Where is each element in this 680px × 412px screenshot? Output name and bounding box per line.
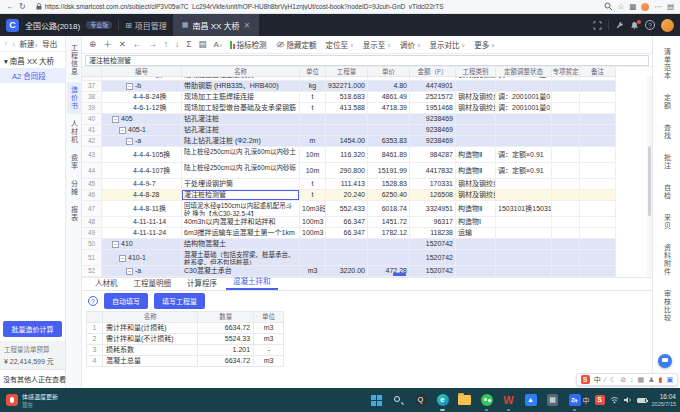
cell-50-status[interactable] xyxy=(496,239,552,249)
cell-39-category[interactable]: 钢材及钢绞丝 xyxy=(456,103,496,113)
taskbar-weather-widget[interactable]: 体感温度更新 现在 xyxy=(6,392,58,409)
cell-52-num[interactable]: 52 xyxy=(82,266,102,276)
cell-51-category[interactable] xyxy=(456,250,496,265)
cell-42-code[interactable]: −-a xyxy=(102,136,182,146)
cell-41-num[interactable]: 41 xyxy=(82,125,102,135)
cell-44-name[interactable]: 陆上桩径250cm以内 孔深60m以内砂砾 xyxy=(182,163,300,178)
cell-39-special[interactable] xyxy=(552,103,580,113)
toolbar-button-定位至[interactable]: 定位至∨ xyxy=(326,39,354,50)
taskbar-app-explorer[interactable] xyxy=(458,394,471,407)
tools-icon[interactable] xyxy=(615,21,624,30)
grid-col-qty[interactable]: 工程量 xyxy=(326,67,368,76)
moon-icon[interactable]: ☾ xyxy=(610,376,616,383)
taskbar-app-wps[interactable]: W xyxy=(502,394,515,407)
cell-50-code[interactable]: −410 xyxy=(102,239,182,249)
cell-42-category[interactable] xyxy=(456,136,496,146)
cell-42-special[interactable] xyxy=(552,136,580,146)
cell-51-code[interactable]: −410-1 xyxy=(102,250,182,265)
cell-48-note[interactable] xyxy=(580,217,616,227)
cell-42-status[interactable] xyxy=(496,136,552,146)
cell-42-num[interactable]: 42 xyxy=(82,136,102,146)
cell-36-code[interactable]: 4-4-8-1换 xyxy=(102,77,182,80)
grid-col-num[interactable] xyxy=(82,67,102,76)
cell-45-note[interactable] xyxy=(580,179,616,189)
toolbar-icon-5[interactable]: ↑ xyxy=(164,40,168,49)
sogou-tray-icon[interactable]: S xyxy=(595,395,605,405)
cell-40-amount[interactable]: 9238469 xyxy=(410,114,456,124)
cell-39-price[interactable]: 4718.39 xyxy=(368,103,410,113)
cell-47-special[interactable] xyxy=(552,201,580,216)
toolbar-button-指标检测[interactable]: 指标检测 xyxy=(230,39,267,50)
button-自动填写[interactable]: 自动填写 xyxy=(104,293,148,309)
font-tool[interactable]: A∨ xyxy=(214,40,223,49)
cell-51-note[interactable] xyxy=(580,250,616,265)
cell-43-unit[interactable]: 10m xyxy=(300,147,326,162)
cell-52-unit[interactable]: m3 xyxy=(300,266,326,276)
grid-icon[interactable]: ▣ xyxy=(666,376,673,383)
expander-icon[interactable]: − xyxy=(126,83,133,90)
cell-editor-input[interactable]: 灌注桩检测管 xyxy=(85,55,649,66)
cell-36-status[interactable]: 调：2001001量0 xyxy=(496,77,552,80)
cell-38-qty[interactable]: 518.683 xyxy=(326,92,368,102)
left-tab-报表[interactable]: 报表 xyxy=(67,202,81,226)
right-tab-清单范本[interactable]: 清单范本 xyxy=(660,44,674,84)
toolbar-icon-1[interactable]: ＋ xyxy=(103,40,112,49)
cell-51-special[interactable] xyxy=(552,250,580,265)
cell-44-status[interactable]: 调：定额×0.91 xyxy=(496,163,552,178)
cell-37-unit[interactable]: kg xyxy=(300,81,326,91)
cell-42-name[interactable]: 陆上钻孔灌注桩 (Φ2.2m) xyxy=(182,136,300,146)
browser-profile-avatar[interactable] xyxy=(641,3,649,11)
cell-48-name[interactable]: 40m3h以内混凝土拌和站拌和 xyxy=(182,217,300,227)
project-manage-menu[interactable]: ⊞项目管理 xyxy=(125,20,167,31)
cell-42-note[interactable] xyxy=(580,136,616,146)
board-icon[interactable]: ▦ xyxy=(638,376,645,383)
browser-back-icon[interactable]: ← xyxy=(6,3,14,11)
cell-52-special[interactable] xyxy=(552,266,580,276)
cell-48-price[interactable]: 1451.72 xyxy=(368,217,410,227)
cell-37-num[interactable]: 37 xyxy=(82,81,102,91)
cell-37-special[interactable] xyxy=(552,81,580,91)
cell-45-num[interactable]: 45 xyxy=(82,179,102,189)
battery-icon[interactable] xyxy=(637,398,647,403)
cell-39-code[interactable]: 4-6-1-12换 xyxy=(102,103,182,113)
speaker-icon[interactable] xyxy=(624,396,632,404)
cell-41-qty[interactable] xyxy=(326,125,368,135)
cell-47-num[interactable]: 47 xyxy=(82,201,102,216)
cell-45-qty[interactable]: 111.413 xyxy=(326,179,368,189)
expander-icon[interactable]: − xyxy=(126,138,133,145)
ime-chinese-icon[interactable]: 中 xyxy=(594,376,601,383)
left-tab-分摊[interactable]: 分摊 xyxy=(67,176,81,200)
price-scroll-tag[interactable] xyxy=(393,273,406,276)
new-button[interactable]: 新建∨ xyxy=(20,38,39,49)
cell-43-price[interactable]: 8461.89 xyxy=(368,147,410,162)
taskbar-app-wechat[interactable] xyxy=(480,394,493,407)
cell-41-category[interactable] xyxy=(456,125,496,135)
expander-icon[interactable]: − xyxy=(112,116,119,123)
cell-43-special[interactable] xyxy=(552,147,580,162)
toolbar-button-隐藏定额[interactable]: 隐藏定额 xyxy=(276,39,317,50)
cell-47-qty[interactable]: 552.433 xyxy=(326,201,368,216)
grid-row-44[interactable]: 444-4-4-107换陆上桩径250cm以内 孔深60m以内砂砾10m290.… xyxy=(82,163,616,179)
cell-49-name[interactable]: 6m3搅拌运输车运混凝土第一个1km xyxy=(182,228,300,238)
mix-row-2[interactable]: 2需计拌和量(不计损耗)5524.33m3 xyxy=(87,334,284,345)
grid-row-48[interactable]: 484-11-11-1440m3h以内混凝土拌和站拌和100m366.34714… xyxy=(82,217,616,228)
cell-43-name[interactable]: 陆上桩径250cm以内 孔深60m以内砂土 xyxy=(182,147,300,162)
cell-42-qty[interactable]: 1454.00 xyxy=(326,136,368,146)
ban-icon[interactable]: ⊘ xyxy=(620,376,626,383)
cell-49-status[interactable] xyxy=(496,228,552,238)
expander-icon[interactable]: − xyxy=(126,268,133,275)
cell-50-unit[interactable] xyxy=(300,239,326,249)
tree-child-node[interactable]: A2 合同段 xyxy=(0,68,65,83)
grid-row-51[interactable]: 51−410-1混凝土基础（包括支撑梁、桩基承台、桩系梁，但不包括桩基）1520… xyxy=(82,250,616,266)
cell-41-code[interactable]: −405-1 xyxy=(102,125,182,135)
cell-38-code[interactable]: 4-4-8-24换 xyxy=(102,92,182,102)
help-icon[interactable]: ? xyxy=(645,20,655,30)
cell-51-name[interactable]: 混凝土基础（包括支撑梁、桩基承台、桩系梁，但不包括桩基） xyxy=(182,250,300,265)
cell-47-name[interactable]: 回填泥水径φ150cm以内起重机配吊斗砼 换为【水C30-32.5-4】 xyxy=(182,201,300,216)
download-icon[interactable]: ↓ xyxy=(630,376,634,383)
expander-icon[interactable]: − xyxy=(112,241,119,248)
mix-row-1[interactable]: 1需计拌和量(计损耗)6634.72m3 xyxy=(87,323,284,334)
cell-41-price[interactable] xyxy=(368,125,410,135)
cell-44-code[interactable]: 4-4-4-107换 xyxy=(102,163,182,178)
left-tab-工程信息[interactable]: 工程信息 xyxy=(67,40,81,80)
